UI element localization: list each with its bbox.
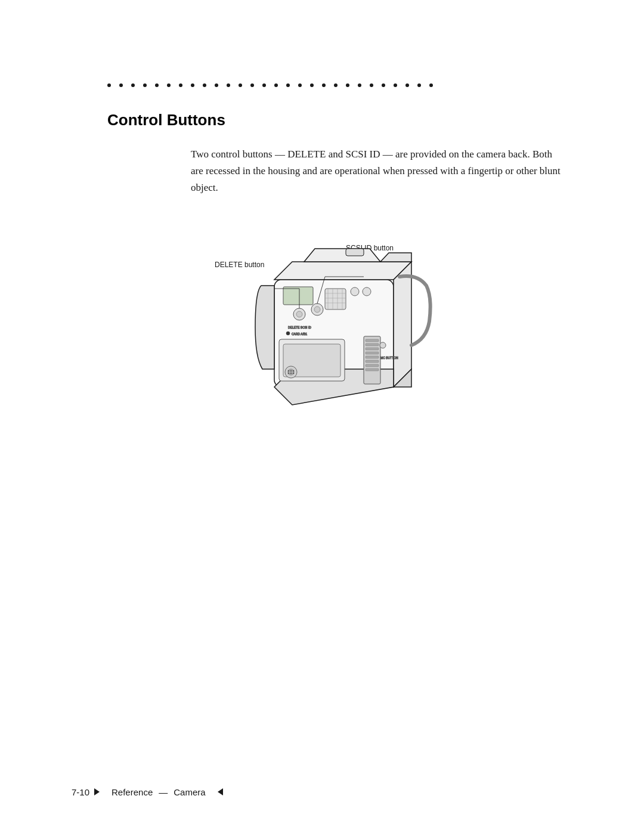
footer-section: Camera	[174, 787, 205, 797]
svg-text:DELETE  SCSI ID: DELETE SCSI ID	[288, 326, 311, 329]
svg-point-27	[293, 370, 294, 371]
footer-arrow-left-icon	[218, 788, 223, 795]
svg-point-6	[314, 306, 320, 312]
dots-divider	[107, 83, 572, 87]
svg-point-4	[296, 311, 302, 317]
svg-rect-33	[366, 343, 379, 346]
svg-text:CARD  A/B1: CARD A/B1	[292, 332, 307, 336]
svg-rect-35	[366, 352, 379, 354]
svg-rect-37	[366, 360, 379, 363]
svg-point-19	[286, 332, 290, 335]
svg-point-28	[288, 373, 289, 374]
footer: 7-10 Reference — Camera	[72, 787, 223, 797]
svg-rect-2	[283, 287, 313, 305]
footer-page-number: 7-10	[72, 787, 89, 797]
svg-point-26	[290, 370, 292, 371]
svg-rect-1	[346, 249, 364, 256]
footer-reference: Reference	[112, 787, 153, 797]
svg-rect-39	[366, 368, 379, 371]
svg-point-29	[290, 373, 292, 374]
body-paragraph: Two control buttons — DELETE and SCSI ID…	[191, 146, 561, 196]
page: Control Buttons Two control buttons — DE…	[0, 0, 644, 833]
camera-diagram: SCSI ID button DELETE button	[215, 220, 465, 441]
section-title: Control Buttons	[107, 111, 572, 129]
camera-illustration: DELETE SCSI ID CARD A/B1	[227, 244, 453, 435]
svg-point-25	[288, 370, 289, 371]
svg-point-15	[351, 287, 359, 296]
diagram-container: SCSI ID button DELETE button	[107, 220, 572, 441]
svg-point-16	[363, 287, 371, 296]
footer-separator: —	[159, 787, 168, 797]
footer-arrow-right-icon	[94, 788, 100, 795]
svg-rect-38	[366, 364, 379, 367]
svg-rect-32	[366, 339, 379, 342]
svg-point-30	[293, 373, 294, 374]
svg-text:MC BUTTON: MC BUTTON	[380, 356, 398, 360]
svg-point-40	[380, 342, 386, 348]
svg-rect-34	[366, 348, 379, 350]
svg-rect-36	[366, 356, 379, 358]
